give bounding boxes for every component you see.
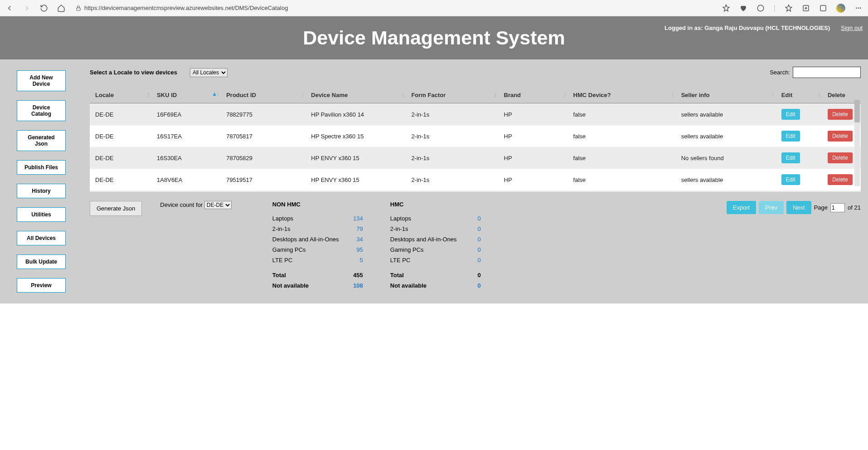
sidebar: Add New DeviceDevice CatalogGenerated Js… xyxy=(0,59,82,303)
cell: false xyxy=(568,125,676,147)
device-count-select[interactable]: DE-DE xyxy=(204,201,232,209)
cell: 79519489 xyxy=(221,191,305,192)
count-row: Laptops0 xyxy=(390,213,481,224)
sidebar-item-generated-json[interactable]: Generated Json xyxy=(17,130,66,151)
next-button[interactable]: Next xyxy=(786,201,811,214)
cell: DE-DE xyxy=(90,125,151,147)
cell: 2-in-1s xyxy=(406,125,498,147)
cell: 16S30EA xyxy=(151,147,221,169)
cell: DE-DE xyxy=(90,103,151,125)
cell: false xyxy=(568,147,676,169)
count-row: Desktops and All-in-Ones34 xyxy=(272,234,363,245)
cell: 2-in-1s xyxy=(406,147,498,169)
count-row: Laptops134 xyxy=(272,213,363,224)
edit-button[interactable]: Edit xyxy=(781,152,800,163)
pagination: Export Prev Next Page of 21 xyxy=(727,201,861,214)
refresh-icon[interactable] xyxy=(40,4,48,12)
col-product-id[interactable]: |Product ID xyxy=(221,87,305,103)
cell: 1B2B8EA xyxy=(151,191,221,192)
non-hmc-title: NON HMC xyxy=(272,201,363,208)
export-button[interactable]: Export xyxy=(727,201,756,214)
favorites-icon[interactable] xyxy=(785,4,793,12)
col-seller-info[interactable]: |Seller info xyxy=(676,87,776,103)
sidebar-item-publish-files[interactable]: Publish Files xyxy=(17,160,66,175)
non-hmc-counts: NON HMC Laptops1342-in-1s79Desktops and … xyxy=(272,201,363,291)
star-add-icon[interactable] xyxy=(722,4,730,12)
count-row: Gaming PCs95 xyxy=(272,245,363,255)
cell: HP Pavilion x360 14 xyxy=(305,191,406,192)
page-label: Page xyxy=(814,204,828,211)
edit-button[interactable]: Edit xyxy=(781,109,800,120)
device-table: Locale|SKU ID▲|Product ID|Device Name|Fo… xyxy=(90,87,861,192)
sidebar-item-all-devices[interactable]: All Devices xyxy=(17,231,66,245)
locale-select-label: Select a Locale to view devices xyxy=(90,69,177,76)
sidebar-item-bulk-update[interactable]: Bulk Update xyxy=(17,254,66,269)
sidebar-item-preview[interactable]: Preview xyxy=(17,278,66,293)
sidebar-item-history[interactable]: History xyxy=(17,184,66,198)
cell: false xyxy=(568,191,676,192)
cell: HP xyxy=(499,147,568,169)
locale-select[interactable]: All Locales xyxy=(190,68,228,77)
cell: sellers available xyxy=(676,169,776,191)
extension-icon[interactable] xyxy=(756,4,765,12)
home-icon[interactable] xyxy=(57,4,65,12)
cell: sellers available xyxy=(676,103,776,125)
page-input[interactable] xyxy=(830,203,845,212)
cell: HP ENVY x360 15 xyxy=(305,147,406,169)
search-label: Search: xyxy=(770,69,790,76)
table-scrollbar[interactable] xyxy=(854,100,860,186)
cell: HP xyxy=(499,169,568,191)
cell: 78829775 xyxy=(221,103,305,125)
address-bar[interactable]: https://devicemanagementcmspreview.azure… xyxy=(71,3,717,13)
delete-button[interactable]: Delete xyxy=(828,152,853,163)
sidebar-item-device-catalog[interactable]: Device Catalog xyxy=(17,100,66,121)
col-hmc-device-[interactable]: |HMC Device? xyxy=(568,87,676,103)
sidebar-item-add-new-device[interactable]: Add New Device xyxy=(17,70,66,91)
delete-button[interactable]: Delete xyxy=(828,174,853,185)
lock-icon xyxy=(75,5,82,11)
cell: false xyxy=(568,169,676,191)
cell: HP ENVY x360 15 xyxy=(305,169,406,191)
device-count-label: Device count for xyxy=(160,201,203,208)
cell: 2-in-1s xyxy=(406,169,498,191)
count-row: 2-in-1s79 xyxy=(272,224,363,234)
col-brand[interactable]: |Brand xyxy=(499,87,568,103)
back-icon[interactable] xyxy=(5,4,14,12)
cell: HP Spectre x360 15 xyxy=(305,125,406,147)
cell: HP xyxy=(499,125,568,147)
cell: HP xyxy=(499,103,568,125)
edit-button[interactable]: Edit xyxy=(781,174,800,185)
sort-asc-icon: ▲ xyxy=(212,91,217,97)
col-edit[interactable]: |Edit xyxy=(776,87,822,103)
edit-button[interactable]: Edit xyxy=(781,131,800,142)
col-device-name[interactable]: |Device Name xyxy=(305,87,406,103)
cell: No sellers found xyxy=(676,147,776,169)
cell: DE-DE xyxy=(90,169,151,191)
col-locale[interactable]: Locale xyxy=(90,87,151,103)
delete-button[interactable]: Delete xyxy=(828,131,853,142)
page-of-label: of 21 xyxy=(848,204,861,211)
table-row: DE-DE1A8V6EA79519517HP ENVY x360 152-in-… xyxy=(90,169,861,191)
heart-icon[interactable] xyxy=(739,4,747,12)
prev-button[interactable]: Prev xyxy=(759,201,784,214)
cell: HP Pavilion x360 14 xyxy=(305,103,406,125)
sign-out-link[interactable]: Sign out xyxy=(841,24,863,31)
app-icon[interactable] xyxy=(819,4,827,12)
delete-button[interactable]: Delete xyxy=(828,109,853,120)
url-text: https://devicemanagementcmspreview.azure… xyxy=(84,5,288,11)
col-form-factor[interactable]: |Form Factor xyxy=(406,87,498,103)
avatar[interactable] xyxy=(836,4,845,13)
cell: false xyxy=(568,103,676,125)
generate-json-button[interactable]: Generate Json xyxy=(90,201,142,216)
table-row: DE-DE16F69EA78829775HP Pavilion x360 142… xyxy=(90,103,861,125)
hmc-title: HMC xyxy=(390,201,481,208)
cell: sellers available xyxy=(676,191,776,192)
col-sku-id[interactable]: |SKU ID▲ xyxy=(151,87,221,103)
cell: DE-DE xyxy=(90,191,151,192)
sidebar-item-utilities[interactable]: Utilities xyxy=(17,207,66,222)
more-icon[interactable]: ··· xyxy=(854,4,863,12)
browser-toolbar: https://devicemanagementcmspreview.azure… xyxy=(0,0,868,16)
svg-rect-3 xyxy=(820,5,826,11)
collections-icon[interactable] xyxy=(802,4,810,12)
search-input[interactable] xyxy=(793,67,861,78)
